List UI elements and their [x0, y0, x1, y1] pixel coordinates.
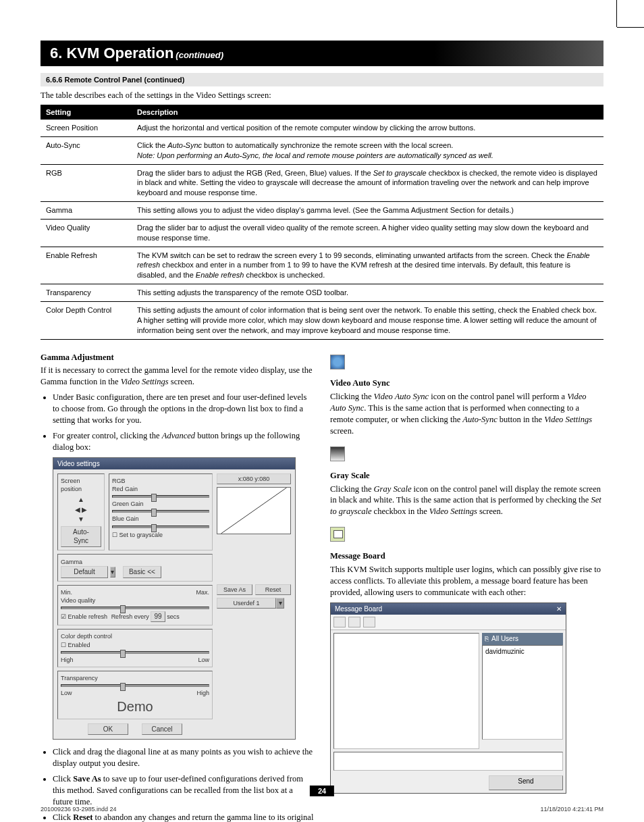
- table-row: Auto-SyncClick the Auto-Sync button to a…: [41, 136, 603, 164]
- svg-line-0: [221, 488, 286, 534]
- msg-body: This KVM Switch supports multiple user l…: [330, 564, 603, 598]
- gamma-bullet: Click Reset to abandon any changes and r…: [53, 812, 314, 823]
- rgb-label: RGB: [112, 477, 209, 485]
- users-icon: ⎘: [485, 634, 489, 644]
- message-board-icon: [330, 527, 345, 542]
- intro-text: The table describes each of the settings…: [41, 91, 603, 101]
- red-slider[interactable]: [112, 495, 209, 498]
- enable-refresh-checkbox[interactable]: ☑ Enable refresh: [61, 613, 107, 620]
- settings-table: Setting Description Screen PositionAdjus…: [41, 105, 603, 340]
- table-row: RGBDrag the slider bars to adjust the RG…: [41, 164, 603, 202]
- desc-refresh: The KVM switch can be set to redraw the …: [132, 247, 603, 284]
- blue-slider[interactable]: [112, 525, 209, 528]
- arrow-left-icon[interactable]: ◀: [75, 506, 80, 513]
- users-header: ⎘ All Users: [482, 633, 563, 645]
- trans-slider[interactable]: [61, 684, 209, 687]
- message-board-window: Message Board ✕ ⎘ All Users davidmuzinic: [330, 602, 566, 794]
- subsection-title: 6.6.6 Remote Control Panel (continued): [41, 73, 603, 86]
- gamma-preview[interactable]: [217, 487, 291, 534]
- left-column: Gamma Adjustment If it is necessary to c…: [41, 349, 314, 823]
- video-auto-sync-icon: [330, 355, 345, 369]
- send-button[interactable]: Send: [489, 775, 563, 790]
- gamma-bullet: For greater control, clicking the Advanc…: [53, 430, 314, 453]
- gamma-heading: Gamma Adjustment: [41, 352, 314, 363]
- blue-label: Blue Gain: [112, 515, 209, 523]
- msg-heading: Message Board: [330, 550, 603, 562]
- message-input[interactable]: [333, 752, 563, 771]
- users-list: davidmuzinic: [482, 645, 563, 740]
- vq-slider[interactable]: [61, 607, 209, 609]
- refresh-value[interactable]: 99: [151, 611, 165, 622]
- right-column: Video Auto Sync Clicking the Video Auto …: [330, 349, 603, 823]
- desc-autosync: Click the Auto-Sync button to automatica…: [132, 136, 603, 164]
- vas-body: Clicking the Video Auto Sync icon on the…: [330, 391, 603, 437]
- vq-label: Video quality: [61, 596, 209, 605]
- autosync-button[interactable]: Auto-Sync: [61, 526, 101, 547]
- gamma-bullet: Click and drag the diagonal line at as m…: [53, 746, 314, 769]
- col-description: Description: [132, 105, 603, 120]
- page-number: 24: [310, 786, 334, 796]
- section-title: 6. KVM Operation: [50, 45, 173, 61]
- table-row: Screen PositionAdjust the horizontal and…: [41, 120, 603, 136]
- green-label: Green Gain: [112, 500, 209, 508]
- toolbar-btn-2[interactable]: [348, 617, 360, 627]
- col-setting: Setting: [41, 105, 132, 120]
- gray-scale-icon: [330, 446, 345, 461]
- cdc-slider[interactable]: [61, 651, 209, 654]
- reset-button[interactable]: Reset: [255, 584, 291, 595]
- table-row: Video QualityDrag the slider bar to adju…: [41, 219, 603, 247]
- gamma-bullet: Click Save As to save up to four user-de…: [53, 773, 314, 808]
- green-slider[interactable]: [112, 510, 209, 513]
- saveas-button[interactable]: Save As: [217, 584, 252, 595]
- gamma-intro: If it is necessary to correct the gamma …: [41, 365, 314, 388]
- trans-label: Transparency: [61, 674, 209, 682]
- cdc-enabled-checkbox[interactable]: ☐ Enabled: [61, 642, 90, 648]
- footer-left: 201009236 93-2985.indd 24: [41, 806, 117, 813]
- coord-display: x:080 y:080: [217, 473, 291, 484]
- screen-pos-label: Screen position: [61, 477, 101, 493]
- msg-toolbar: [331, 615, 566, 630]
- video-settings-dialog: Video settings Screen position ▲ ◀ ▶ ▼ A…: [53, 457, 296, 740]
- userdef-dropdown[interactable]: Userdef 1: [217, 598, 276, 609]
- gs-heading: Gray Scale: [330, 470, 603, 482]
- ok-button[interactable]: OK: [88, 723, 128, 736]
- gs-body: Clicking the Gray Scale icon on the cont…: [330, 484, 603, 518]
- table-row: Enable RefreshThe KVM switch can be set …: [41, 247, 603, 284]
- table-row: Color Depth ControlThis setting adjusts …: [41, 301, 603, 339]
- msg-window-title: Message Board: [335, 605, 382, 614]
- desc-rgb: Drag the slider bars to adjust the RGB (…: [132, 164, 603, 202]
- vas-heading: Video Auto Sync: [330, 378, 603, 389]
- section-continued: (continued): [176, 50, 223, 60]
- cdc-label: Color depth control: [61, 632, 209, 640]
- arrow-up-icon[interactable]: ▲: [78, 495, 84, 505]
- gamma-dropdown[interactable]: Default: [61, 566, 108, 578]
- toolbar-btn-1[interactable]: [333, 617, 346, 627]
- red-label: Red Gain: [112, 485, 209, 493]
- section-header: 6. KVM Operation (continued): [41, 41, 603, 66]
- arrow-down-icon[interactable]: ▼: [78, 515, 84, 524]
- arrow-right-icon[interactable]: ▶: [82, 506, 87, 513]
- footer-right: 11/18/2010 4:21:41 PM: [540, 806, 603, 813]
- table-row: GammaThis setting allows you to adjust t…: [41, 202, 603, 220]
- gamma-label: Gamma: [61, 559, 82, 565]
- basic-button[interactable]: Basic <<: [123, 566, 161, 578]
- toolbar-btn-3[interactable]: [363, 617, 375, 627]
- user-entry[interactable]: davidmuzinic: [485, 647, 560, 657]
- grayscale-checkbox[interactable]: ☐ Set to grayscale: [112, 532, 163, 538]
- chat-area: [333, 633, 479, 749]
- close-icon[interactable]: ✕: [556, 605, 562, 614]
- table-row: TransparencyThis setting adjusts the tra…: [41, 284, 603, 302]
- dialog-title: Video settings: [53, 458, 295, 470]
- demo-text: Demo: [61, 698, 209, 716]
- gamma-bullet: Under Basic configuration, there are ten…: [53, 392, 314, 426]
- crop-mark: [617, 27, 644, 28]
- cancel-button[interactable]: Cancel: [142, 723, 182, 736]
- crop-mark: [616, 0, 617, 27]
